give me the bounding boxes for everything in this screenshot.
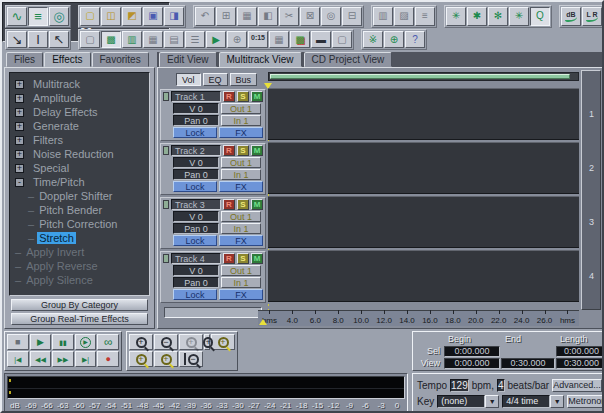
solo-button[interactable]: S [237,145,249,156]
tree-expander-icon[interactable]: + [15,136,24,145]
adjust-boundaries-icon[interactable]: ⊞ [216,7,236,26]
cue-marker-icon[interactable]: ◎ [321,7,341,26]
save-as-icon[interactable]: ◨ [164,7,184,26]
tree-item[interactable]: – Apply Reverse [15,259,149,273]
group-realtime-effects-button[interactable]: Group Real-Time Effects [11,313,148,325]
tree-item[interactable]: + Noise Reduction [15,147,149,161]
placeholder-window-icon[interactable]: ▢ [332,31,352,48]
zoom-to-selection-button[interactable]: + [211,334,235,350]
record-button[interactable]: ● [97,351,119,367]
length-field[interactable]: 0:30.000 [556,358,604,369]
pan-field[interactable]: Pan 0 [173,169,219,180]
organizer-tab[interactable]: Files [6,52,43,67]
record-arm-button[interactable]: R [223,253,235,264]
tree-expander-icon[interactable]: + [15,122,24,131]
timeline-ruler[interactable]: hms4.06.08.010.012.014.016.018.020.022.0… [258,310,579,326]
clip-indicator[interactable] [163,92,169,101]
end-field[interactable]: 0:30.000 [501,358,555,369]
volume-field[interactable]: V 0 [173,157,219,168]
tree-item[interactable]: + Delay Effects [15,105,149,119]
zoom-out-button[interactable]: − [154,334,178,350]
level-meter[interactable] [7,376,405,399]
help-icon[interactable]: ? [405,31,425,48]
fx-button[interactable]: FX [219,235,263,246]
pan-envelope-icon[interactable]: L R [582,7,602,26]
chevron-down-icon[interactable]: ▼ [550,395,564,408]
clip-indicator[interactable] [163,254,169,263]
zoom-right-edge-button[interactable]: + [154,351,178,367]
tree-item[interactable]: - Time/Pitch [15,175,149,189]
move-clip-tool-icon[interactable]: ↖ [49,31,69,48]
waveform-view-icon[interactable]: ∿ [7,7,27,26]
play-button[interactable]: ▶ [30,334,52,350]
open-append-icon[interactable]: ◩ [122,7,142,26]
tree-item[interactable]: + Special [15,161,149,175]
multitrack-view-icon[interactable]: ≡ [28,7,48,26]
tree-item[interactable]: – Doppler Shifter [15,189,149,203]
new-file-icon[interactable]: ▢ [80,7,100,26]
length-field[interactable]: 0:00.000 [556,346,604,357]
track-name-field[interactable]: Track 2 [171,145,221,156]
input-device-button[interactable]: In 1 [221,169,261,180]
mute-button[interactable]: M [251,199,263,210]
record-arm-button[interactable]: R [223,91,235,102]
tempo-bpm-field[interactable]: 129 [450,379,469,392]
volume-field[interactable]: V 0 [173,211,219,222]
tree-item[interactable]: + Generate [15,119,149,133]
play-looped-button[interactable]: ▶ [75,334,97,350]
zoom-window-icon[interactable]: ⊕ [227,31,247,48]
cue-list-window-icon[interactable]: ☰ [185,31,205,48]
solo-button[interactable]: S [237,91,249,102]
track-property-tab[interactable]: Vol [176,73,201,86]
track-lane[interactable] [268,142,579,194]
scripts-batch-icon[interactable]: ※ [363,31,383,48]
convert-sample-type-icon[interactable]: ▦ [237,7,257,26]
view-tab[interactable]: Multitrack View [219,52,302,67]
track-property-tab[interactable]: Bus [230,73,258,86]
tree-item[interactable]: – Pitch Correction [15,217,149,231]
zoom-in-vertical-button[interactable]: + [204,334,210,350]
time-selection-tool-icon[interactable]: I [28,31,48,48]
fx-q-icon[interactable]: ✻ [488,7,508,26]
fx-button[interactable]: FX [219,289,263,300]
effects-rack-icon[interactable]: ✳ [446,7,466,26]
record-arm-button[interactable]: R [223,145,235,156]
track-lanes-area[interactable] [268,70,579,310]
zoom-left-edge-button[interactable]: + [129,351,153,367]
metronome-button[interactable]: Metronome [567,395,604,408]
key-dropdown[interactable]: (none) ▼ [437,395,499,408]
tree-item[interactable]: – Apply Invert [15,245,149,259]
loop-button[interactable]: ∞ [97,334,119,350]
tree-item[interactable]: + Filters [15,133,149,147]
pan-field[interactable]: Pan 0 [173,277,219,288]
hybrid-tool-icon[interactable]: ↘ [7,31,27,48]
selview-window-icon[interactable]: ▦ [269,31,289,48]
track-properties-window-icon[interactable]: ▤ [164,31,184,48]
tree-expander-icon[interactable]: + [15,164,24,173]
tree-item[interactable]: – Stretch [15,231,149,245]
track-lane[interactable] [268,250,579,302]
cd-burn-icon[interactable]: ⊕ [384,31,404,48]
ruler-playhead-icon[interactable] [259,315,267,325]
go-to-end-button[interactable]: ▶| [75,351,97,367]
input-device-button[interactable]: In 1 [221,115,261,126]
mixer-window-icon[interactable]: ▥ [122,31,142,48]
level-meters-window-icon[interactable]: ▬ [311,31,331,48]
horizontal-scrollbar[interactable] [268,72,579,81]
record-arm-button[interactable]: R [223,199,235,210]
volume-field[interactable]: V 0 [173,265,219,276]
group-by-category-button[interactable]: Group By Category [11,299,148,311]
mute-button[interactable]: M [251,91,263,102]
tree-expander-icon[interactable]: + [15,94,24,103]
normalize-icon[interactable]: ▨ [394,7,414,26]
group-clips-icon[interactable]: ≡ [415,7,435,26]
save-file-icon[interactable]: ▣ [143,7,163,26]
zoom-full-button[interactable]: + [179,334,203,350]
lock-button[interactable]: Lock [173,127,217,138]
tree-item[interactable]: + Amplitude [15,91,149,105]
track-name-field[interactable]: Track 1 [171,91,221,102]
lock-button[interactable]: Lock [173,289,217,300]
realtime-fx-icon[interactable]: ✱ [467,7,487,26]
lock-button[interactable]: Lock [173,235,217,246]
clip-indicator[interactable] [163,200,169,209]
